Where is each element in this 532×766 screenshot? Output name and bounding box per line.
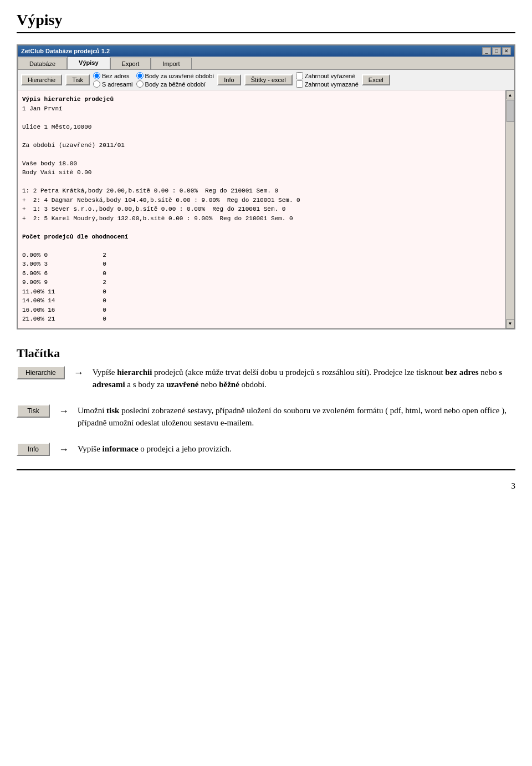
page-footer: 3 (17, 469, 515, 491)
app-content: Výpis hierarchie prodejců 1 Jan První Ul… (18, 90, 514, 328)
title-divider (17, 32, 515, 33)
stat-row-6: 16.00% 16 0 (22, 306, 501, 315)
tisk-button[interactable]: Tisk (65, 74, 90, 85)
stat-row-5: 14.00% 14 0 (22, 296, 501, 306)
app-toolbar: Hierarchie Tisk Bez adres S adresami Bod… (18, 70, 514, 90)
content-item-2: + 1: 3 Sever s.r.o.,body 0.00,b.sítě 0.0… (22, 205, 501, 214)
excel-button[interactable]: Excel (362, 74, 390, 85)
arrow-icon-1: → (74, 367, 84, 379)
restore-button[interactable]: □ (492, 47, 501, 55)
minimize-button[interactable]: _ (482, 47, 491, 55)
bezne-radio[interactable]: Body za běžné období (136, 80, 214, 88)
zahrnout-vyrazene-checkbox[interactable]: Zahrnout vyřazené (296, 72, 359, 79)
hierarchie-demo-button[interactable]: Hierarchie (17, 366, 65, 379)
info-button[interactable]: Info (217, 74, 241, 85)
uzavrene-radio[interactable]: Body za uzavřené období (136, 72, 214, 79)
content-line1: 1 Jan První (22, 104, 501, 114)
stitky-excel-button[interactable]: Štítky - excel (244, 74, 293, 85)
stat-row-2: 6.00% 6 0 (22, 269, 501, 278)
arrow-icon-3: → (59, 444, 69, 455)
stat-row-3: 9.00% 9 2 (22, 278, 501, 287)
tab-databaze[interactable]: Databáze (18, 58, 67, 69)
page-number: 3 (511, 481, 516, 490)
bez-adres-radio[interactable]: Bez adres (93, 72, 133, 79)
scroll-down-arrow[interactable]: ▼ (506, 319, 515, 328)
hierarchie-description: Vypíše hierarchii prodejců (akce může tr… (93, 366, 515, 391)
stat-row-7: 21.00% 21 0 (22, 314, 501, 324)
content-period: Za období (uzavřené) 2011/01 (22, 141, 501, 150)
tab-vypisy[interactable]: Výpisy (67, 57, 110, 69)
titlebar-controls: _ □ ✕ (482, 47, 511, 55)
app-titlebar-title: ZetClub Databáze prodejců 1.2 (21, 48, 110, 54)
buttons-section-title: Tlačítka (17, 346, 515, 361)
tisk-demo-row: Tisk → Umožní tisk poslední zobrazené se… (17, 404, 515, 429)
scroll-up-arrow[interactable]: ▲ (506, 90, 515, 99)
stat-row-1: 3.00% 3 0 (22, 260, 501, 269)
content-heading: Výpis hierarchie prodejců (22, 95, 501, 104)
scrollbar: ▲ ▼ (505, 90, 514, 328)
stat-row-4: 11.00% 11 0 (22, 287, 501, 297)
period-radio-group: Body za uzavřené období Body za běžné ob… (136, 72, 214, 88)
checkbox-group: Zahrnout vyřazené Zahrnout vymazané (296, 72, 359, 88)
count-heading: Počet prodejců dle ohodnocení (22, 232, 501, 242)
scrollbar-track (506, 99, 514, 319)
hierarchie-demo-row: Hierarchie → Vypíše hierarchii prodejců … (17, 366, 515, 391)
tab-export[interactable]: Export (110, 58, 151, 69)
address-radio-group: Bez adres S adresami (93, 72, 133, 88)
hierarchie-button[interactable]: Hierarchie (21, 74, 62, 85)
content-item-3: + 2: 5 Karel Moudrý,body 132.00,b.sítě 0… (22, 214, 501, 224)
scrollbar-thumb[interactable] (507, 100, 514, 122)
tisk-demo-button[interactable]: Tisk (17, 404, 50, 418)
close-button[interactable]: ✕ (502, 47, 511, 55)
content-item-0: 1: 2 Petra Krátká,body 20.00,b.sítě 0.00… (22, 186, 501, 196)
content-points2: Body Vaší sítě 0.00 (22, 168, 501, 177)
content-address: Ulice 1 Město,10000 (22, 123, 501, 132)
app-window: ZetClub Databáze prodejců 1.2 _ □ ✕ Data… (17, 44, 515, 329)
arrow-icon-2: → (59, 405, 69, 417)
content-points1: Vaše body 18.00 (22, 159, 501, 169)
content-main: Výpis hierarchie prodejců 1 Jan První Ul… (18, 90, 505, 328)
tab-import[interactable]: Import (151, 58, 191, 69)
zahrnout-vymazane-checkbox[interactable]: Zahrnout vymazané (296, 80, 359, 88)
content-item-1: + 2: 4 Dagmar Nebeská,body 104.40,b.sítě… (22, 196, 501, 205)
info-demo-button[interactable]: Info (17, 443, 50, 456)
info-demo-row: Info → Vypíše informace o prodejci a jeh… (17, 443, 515, 456)
info-description: Vypíše informace o prodejci a jeho provi… (78, 443, 515, 455)
tisk-description: Umožní tisk poslední zobrazené sestavy, … (78, 404, 515, 429)
app-tabs: Databáze Výpisy Export Import (18, 57, 514, 70)
app-titlebar: ZetClub Databáze prodejců 1.2 _ □ ✕ (18, 45, 514, 57)
stat-row-0: 0.00% 0 2 (22, 251, 501, 260)
s-adresami-radio[interactable]: S adresami (93, 80, 133, 88)
page-title: Výpisy (17, 11, 515, 29)
